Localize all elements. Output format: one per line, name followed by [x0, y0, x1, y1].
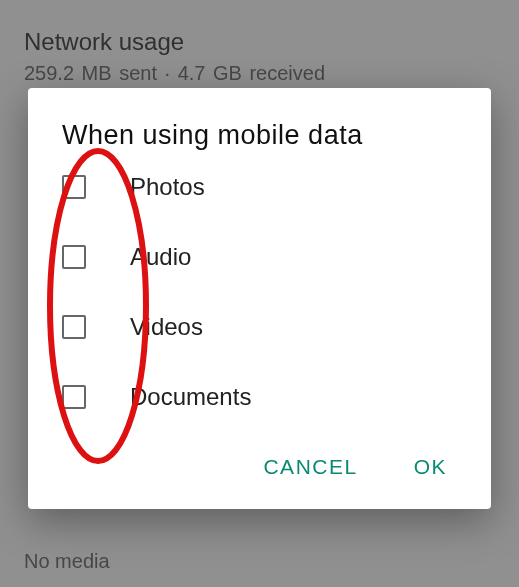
- mobile-data-dialog: When using mobile data Photos Audio Vide…: [28, 88, 491, 509]
- option-label: Audio: [130, 243, 191, 271]
- dialog-title: When using mobile data: [62, 120, 457, 151]
- ok-button[interactable]: OK: [410, 449, 451, 485]
- checkbox-audio[interactable]: [62, 245, 86, 269]
- option-row-audio[interactable]: Audio: [62, 243, 457, 271]
- cancel-button[interactable]: CANCEL: [259, 449, 361, 485]
- option-label: Videos: [130, 313, 203, 341]
- option-label: Photos: [130, 173, 205, 201]
- option-row-photos[interactable]: Photos: [62, 173, 457, 201]
- checkbox-videos[interactable]: [62, 315, 86, 339]
- option-label: Documents: [130, 383, 251, 411]
- dialog-actions: CANCEL OK: [62, 449, 457, 491]
- option-row-videos[interactable]: Videos: [62, 313, 457, 341]
- option-row-documents[interactable]: Documents: [62, 383, 457, 411]
- checkbox-documents[interactable]: [62, 385, 86, 409]
- checkbox-photos[interactable]: [62, 175, 86, 199]
- options-list: Photos Audio Videos Documents: [62, 173, 457, 411]
